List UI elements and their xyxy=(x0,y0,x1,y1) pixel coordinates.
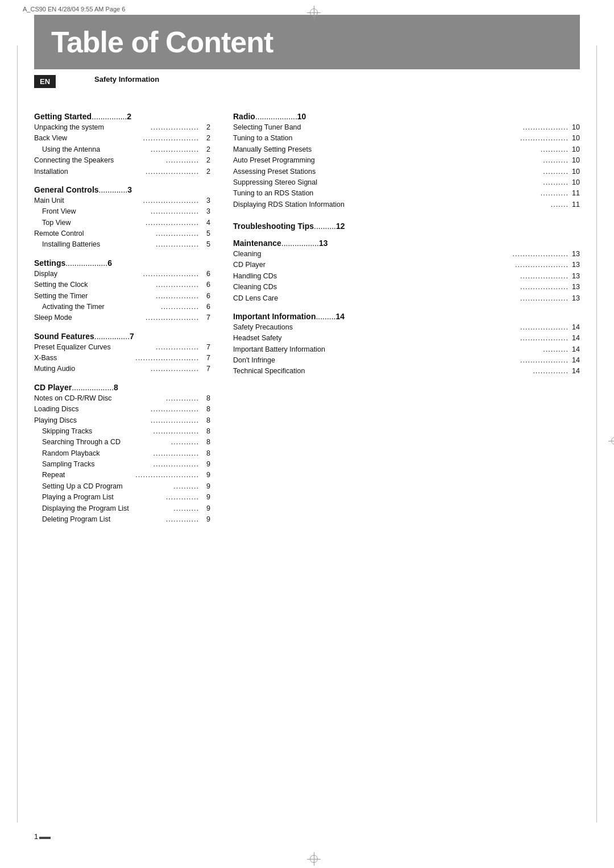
toc-top-view: Top View.....................4 xyxy=(34,218,210,228)
toc-cd-lens-care: CD Lens Care...................13 xyxy=(233,293,580,304)
toc-dont-infringe: Don't Infringe...................14 xyxy=(233,355,580,366)
toc-cleaning-cds: Cleaning CDs...................13 xyxy=(233,282,580,293)
section-getting-started: Getting Started................2 xyxy=(34,112,210,121)
toc-auto-preset: Auto Preset Programming..........10 xyxy=(233,155,580,166)
toc-activating-timer: Activating the Timer...............6 xyxy=(34,302,210,312)
toc-loading-discs: Loading Discs...................8 xyxy=(34,404,210,415)
toc-installing-batteries: Installing Batteries.................5 xyxy=(34,239,210,250)
toc-battery-info: Important Battery Information..........1… xyxy=(233,344,580,355)
toc-assessing-preset: Assessing Preset Stations..........10 xyxy=(233,166,580,177)
section-important-information: Important Information.........14 xyxy=(233,312,580,321)
content-area: Getting Started................2 Unpacki… xyxy=(34,90,580,525)
toc-safety-precautions: Safety Precautions...................14 xyxy=(233,322,580,333)
toc-repeat: Repeat.........................9 xyxy=(34,470,210,481)
toc-displaying-program-list: Displaying the Program List..........9 xyxy=(34,503,210,514)
toc-display: Display......................6 xyxy=(34,269,210,279)
toc-cleaning: Cleaning......................13 xyxy=(233,249,580,260)
toc-installation: Installation.....................2 xyxy=(34,166,210,177)
toc-cd-player-maint: CD Player.....................13 xyxy=(233,260,580,270)
toc-tuning-station: Tuning to a Station...................10 xyxy=(233,133,580,144)
section-cd-player: CD Player...................8 xyxy=(34,383,210,392)
left-border xyxy=(17,45,18,823)
toc-handling-cds: Handling CDs...................13 xyxy=(233,271,580,282)
left-column: Getting Started................2 Unpacki… xyxy=(34,104,227,525)
safety-row: EN Safety Information xyxy=(34,69,580,90)
toc-random-playback: Random Playback..................8 xyxy=(34,448,210,459)
toc-unpacking: Unpacking the system...................2 xyxy=(34,122,210,133)
section-troubleshooting: Troubleshooting Tips..........12 xyxy=(233,222,580,231)
section-general-controls: General Controls.............3 xyxy=(34,185,210,194)
toc-cd-rrw: Notes on CD-R/RW Disc.............8 xyxy=(34,393,210,404)
safety-information-label: Safety Information xyxy=(64,75,159,84)
toc-remote-control: Remote Control.................5 xyxy=(34,228,210,239)
toc-displaying-rds: Displaying RDS Station Information......… xyxy=(233,199,580,210)
toc-tuning-rds: Tuning to an RDS Station...........11 xyxy=(233,188,580,199)
section-settings: Settings...................6 xyxy=(34,258,210,268)
toc-connecting-speakers: Connecting the Speakers.............2 xyxy=(34,155,210,166)
toc-playing-discs: Playing Discs...................8 xyxy=(34,415,210,426)
section-radio: Radio...................10 xyxy=(233,112,580,121)
toc-xbass: X-Bass.........................7 xyxy=(34,353,210,364)
page-number-area: 1 xyxy=(34,832,51,841)
toc-back-view: Back View......................2 xyxy=(34,133,210,144)
toc-technical-spec: Technical Specification..............14 xyxy=(233,366,580,377)
toc-headset-safety: Headset Safety...................14 xyxy=(233,333,580,344)
right-border xyxy=(596,45,597,823)
page-title: Table of Content xyxy=(51,25,563,59)
toc-skipping-tracks: Skipping Tracks..................8 xyxy=(34,426,210,437)
toc-muting-audio: Muting Audio...................7 xyxy=(34,364,210,374)
toc-front-view: Front View...................3 xyxy=(34,206,210,217)
section-maintenance: Maintenance.................13 xyxy=(233,239,580,248)
toc-deleting-program-list: Deleting Program List.............9 xyxy=(34,514,210,525)
title-block: Table of Content xyxy=(34,15,580,69)
en-badge: EN xyxy=(34,75,56,88)
page-wrapper: A_CS90 EN 4/28/04 9:55 AM Page 6 Table o… xyxy=(0,0,614,868)
toc-suppressing-stereo: Suppressing Stereo Signal..........10 xyxy=(233,177,580,188)
page-number-text: 1 xyxy=(34,832,38,841)
toc-sleep-mode: Sleep Mode.....................7 xyxy=(34,312,210,323)
toc-playing-program-list: Playing a Program List.............9 xyxy=(34,492,210,503)
page-number-box xyxy=(39,837,51,839)
toc-using-antenna: Using the Antenna...................2 xyxy=(34,144,210,155)
toc-sampling-tracks: Sampling Tracks..................9 xyxy=(34,459,210,470)
toc-main-unit: Main Unit......................3 xyxy=(34,195,210,206)
toc-setting-timer: Setting the Timer.................6 xyxy=(34,291,210,302)
toc-searching-cd: Searching Through a CD...........8 xyxy=(34,437,210,448)
section-sound-features: Sound Features................7 xyxy=(34,332,210,341)
toc-setting-clock: Setting the Clock.................6 xyxy=(34,279,210,290)
toc-setup-cd-program: Setting Up a CD Program..........9 xyxy=(34,481,210,492)
right-column: Radio...................10 Selecting Tun… xyxy=(227,104,580,525)
toc-manually-setting-presets: Manually Setting Presets...........10 xyxy=(233,144,580,155)
file-info: A_CS90 EN 4/28/04 9:55 AM Page 6 xyxy=(23,6,125,12)
toc-preset-eq: Preset Equalizer Curves.................… xyxy=(34,342,210,353)
toc-selecting-tuner-band: Selecting Tuner Band..................10 xyxy=(233,122,580,133)
